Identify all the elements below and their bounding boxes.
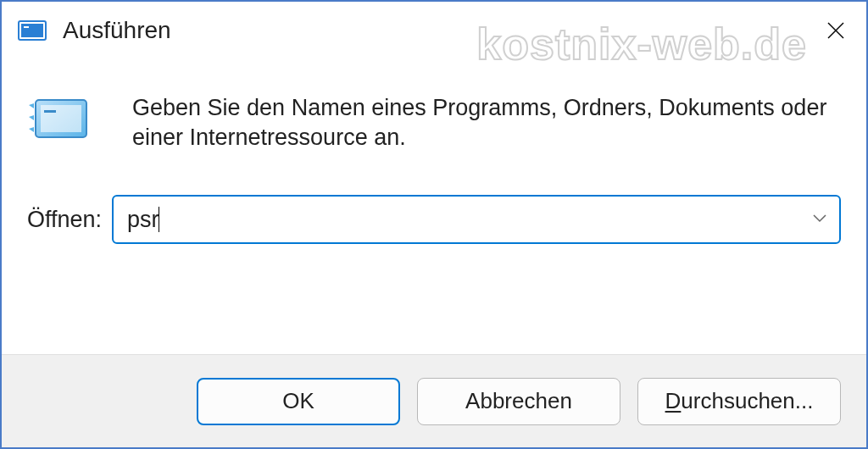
open-input[interactable]: psr (112, 195, 841, 244)
dialog-content: Geben Sie den Namen eines Programms, Ord… (2, 59, 866, 244)
run-app-icon (17, 18, 47, 43)
text-caret (159, 207, 160, 232)
svg-rect-7 (44, 110, 56, 113)
open-combobox[interactable]: psr (112, 195, 841, 244)
browse-accel: D (665, 388, 682, 413)
cancel-button[interactable]: Abbrechen (417, 378, 620, 425)
svg-rect-2 (24, 26, 29, 28)
button-bar: OK Abbrechen Durchsuchen... (2, 354, 866, 447)
close-button[interactable] (821, 15, 851, 46)
run-large-icon (22, 93, 98, 144)
browse-button[interactable]: Durchsuchen... (637, 378, 841, 425)
input-text: psr (127, 207, 159, 233)
info-row: Geben Sie den Namen eines Programms, Ord… (27, 93, 841, 152)
svg-rect-6 (41, 105, 81, 132)
ok-button[interactable]: OK (197, 378, 400, 425)
svg-rect-1 (21, 24, 43, 37)
window-title: Ausführen (63, 17, 171, 44)
open-label: Öffnen: (27, 207, 112, 233)
close-icon (826, 21, 845, 40)
input-row: Öffnen: psr (27, 195, 841, 244)
titlebar: Ausführen (2, 2, 866, 59)
dialog-description: Geben Sie den Namen eines Programms, Ord… (98, 93, 841, 152)
browse-label-rest: urchsuchen... (681, 388, 813, 413)
run-dialog-window: Ausführen kostnix-web.de (0, 0, 868, 449)
